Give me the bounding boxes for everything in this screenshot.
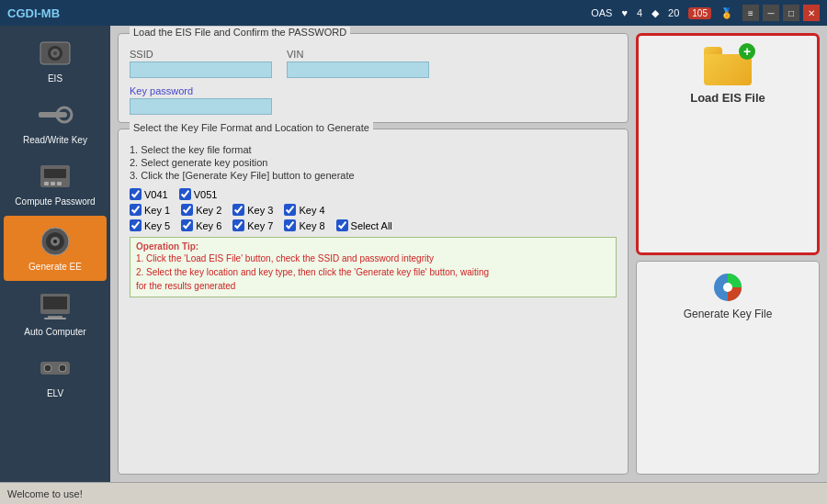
key-password-input[interactable] bbox=[130, 98, 272, 115]
key-icon bbox=[35, 98, 75, 131]
key-format-title: Select the Key File Format and Location … bbox=[130, 122, 373, 133]
vin-field-group: VIN bbox=[287, 49, 429, 78]
main-container: EIS Read/Write Key bbox=[0, 26, 827, 482]
vin-input[interactable] bbox=[287, 62, 429, 78]
load-eis-button[interactable]: + Load EIS File bbox=[636, 33, 820, 255]
key4-label: Key 4 bbox=[299, 205, 324, 216]
instruction-2: 2. Select generate key position bbox=[130, 157, 617, 168]
key7-checkbox[interactable] bbox=[232, 219, 244, 231]
sidebar-item-elv[interactable]: ELV bbox=[0, 344, 110, 406]
status-text: Welcome to use! bbox=[7, 488, 83, 499]
elv-label: ELV bbox=[47, 388, 63, 398]
folder-icon: + bbox=[704, 47, 752, 85]
svg-point-21 bbox=[44, 364, 51, 372]
titlebar: CGDI-MB OAS ♥ 4 ◆ 20 105 🏅 ≡ ─ □ ✕ bbox=[0, 0, 827, 26]
generate-ee-label: Generate EE bbox=[28, 262, 82, 272]
statusbar: Welcome to use! bbox=[0, 482, 827, 504]
key4-item: Key 4 bbox=[284, 204, 324, 216]
key2-checkbox[interactable] bbox=[181, 204, 193, 216]
sidebar-item-read-write-key[interactable]: Read/Write Key bbox=[0, 91, 110, 152]
ssid-label: SSID bbox=[130, 49, 272, 60]
ssid-field-group: SSID bbox=[130, 49, 272, 78]
key6-label: Key 6 bbox=[196, 220, 221, 231]
generate-key-label: Generate Key File bbox=[684, 308, 773, 320]
key7-item: Key 7 bbox=[232, 219, 273, 231]
version-checkbox-row: V041 V051 bbox=[130, 188, 617, 200]
key8-label: Key 8 bbox=[299, 220, 324, 231]
diamond-count: 20 bbox=[668, 7, 679, 18]
key5-checkbox[interactable] bbox=[130, 219, 142, 231]
auto-computer-icon bbox=[35, 290, 75, 323]
tips-title: Operation Tip: bbox=[136, 241, 610, 252]
sidebar-item-compute-password[interactable]: Compute Password bbox=[0, 152, 110, 214]
minimize-button[interactable]: ─ bbox=[763, 5, 779, 21]
generate-key-button[interactable]: Generate Key File bbox=[636, 261, 820, 476]
elv-icon bbox=[35, 352, 75, 385]
tips-line-1: 1. Click the 'Load EIS File' button, che… bbox=[136, 252, 610, 265]
key-row-2: Key 5 Key 6 Key 7 Key 8 bbox=[130, 219, 617, 231]
v051-checkbox-item: V051 bbox=[179, 188, 218, 200]
svg-point-22 bbox=[59, 364, 66, 372]
svg-rect-4 bbox=[39, 112, 64, 118]
key5-label: Key 5 bbox=[144, 220, 170, 231]
heart-icon: ♥ bbox=[621, 7, 628, 18]
content-left: Load the EIS File and Confirm the PASSWO… bbox=[118, 33, 629, 475]
ssid-input[interactable] bbox=[130, 62, 272, 78]
sidebar-item-generate-ee[interactable]: Generate EE bbox=[4, 216, 107, 281]
key3-checkbox[interactable] bbox=[232, 204, 244, 216]
svg-rect-8 bbox=[44, 169, 66, 178]
v041-checkbox[interactable] bbox=[130, 188, 142, 200]
eis-fields: SSID VIN bbox=[130, 49, 617, 78]
diamond-icon: ◆ bbox=[651, 7, 659, 19]
svg-point-15 bbox=[53, 240, 57, 243]
key8-item: Key 8 bbox=[284, 219, 324, 231]
maximize-button[interactable]: □ bbox=[783, 5, 799, 21]
close-button[interactable]: ✕ bbox=[803, 5, 820, 21]
key-format-panel: Select the Key File Format and Location … bbox=[118, 129, 629, 475]
svg-rect-17 bbox=[43, 297, 67, 309]
pie-chart-icon bbox=[711, 271, 744, 304]
read-write-key-label: Read/Write Key bbox=[23, 135, 87, 145]
sidebar: EIS Read/Write Key bbox=[0, 26, 110, 482]
key5-item: Key 5 bbox=[130, 219, 170, 231]
key2-label: Key 2 bbox=[196, 205, 221, 216]
content-with-right: Load the EIS File and Confirm the PASSWO… bbox=[118, 33, 820, 475]
key6-item: Key 6 bbox=[181, 219, 221, 231]
svg-point-3 bbox=[53, 51, 57, 55]
key8-checkbox[interactable] bbox=[284, 219, 296, 231]
svg-rect-11 bbox=[57, 182, 62, 185]
svg-rect-9 bbox=[44, 182, 49, 185]
instruction-3: 3. Click the [Generate Key File] button … bbox=[130, 170, 617, 181]
tips-line-2: 2. Select the key location and key type,… bbox=[136, 265, 610, 279]
auto-computer-label: Auto Computer bbox=[24, 327, 85, 337]
key1-checkbox[interactable] bbox=[130, 204, 142, 216]
key1-label: Key 1 bbox=[144, 205, 170, 216]
medal-icon: 🏅 bbox=[720, 7, 733, 19]
titlebar-info: OAS ♥ 4 ◆ 20 105 🏅 bbox=[591, 7, 733, 19]
eis-icon bbox=[35, 37, 75, 70]
sidebar-item-auto-computer[interactable]: Auto Computer bbox=[0, 283, 110, 344]
eis-panel: Load the EIS File and Confirm the PASSWO… bbox=[118, 33, 629, 123]
eis-label: EIS bbox=[48, 73, 62, 84]
app-title: CGDI-MB bbox=[7, 6, 60, 20]
v051-label: V051 bbox=[194, 189, 218, 200]
window-controls: ≡ ─ □ ✕ bbox=[742, 5, 820, 21]
right-panel: + Load EIS File Generate Key File bbox=[636, 33, 820, 475]
key2-item: Key 2 bbox=[181, 204, 221, 216]
v051-checkbox[interactable] bbox=[179, 188, 191, 200]
key6-checkbox[interactable] bbox=[181, 219, 193, 231]
selectall-item: Select All bbox=[336, 219, 392, 231]
folder-plus-icon: + bbox=[739, 43, 755, 60]
svg-rect-19 bbox=[44, 318, 66, 319]
v041-checkbox-item: V041 bbox=[130, 188, 168, 200]
tips-line-3: for the results generated bbox=[136, 279, 610, 293]
key3-label: Key 3 bbox=[247, 205, 273, 216]
heart-count: 4 bbox=[637, 7, 642, 18]
key4-checkbox[interactable] bbox=[284, 204, 296, 216]
content-area: Load the EIS File and Confirm the PASSWO… bbox=[110, 26, 827, 482]
menu-button[interactable]: ≡ bbox=[742, 5, 759, 21]
sidebar-item-eis[interactable]: EIS bbox=[0, 29, 110, 91]
instruction-1: 1. Select the key file format bbox=[130, 144, 617, 155]
eis-panel-title: Load the EIS File and Confirm the PASSWO… bbox=[130, 27, 350, 38]
selectall-checkbox[interactable] bbox=[336, 219, 348, 231]
